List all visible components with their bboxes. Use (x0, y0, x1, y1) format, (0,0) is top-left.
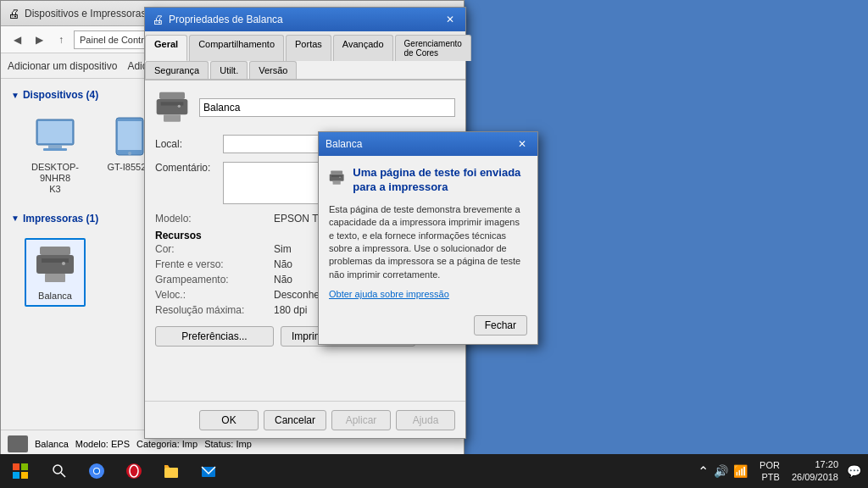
tab-compartilhamento[interactable]: Compartilhamento (189, 35, 284, 61)
up-button[interactable]: ↑ (52, 30, 70, 49)
tab-row-2: Segurança Utilt. Versão (145, 61, 465, 80)
svg-rect-24 (13, 472, 19, 479)
resolucao-value: 180 dpi (274, 304, 307, 316)
status-icon (8, 435, 28, 452)
svg-rect-5 (118, 121, 142, 150)
notifications-icon[interactable]: 💬 (847, 464, 861, 478)
devices-collapse-arrow[interactable]: ▼ (11, 91, 19, 100)
props-dialog-title: Propriedades de Balanca (169, 14, 442, 25)
comentario-label: Comentário: (155, 162, 223, 174)
system-language[interactable]: POR PTB (760, 459, 780, 484)
preferencias-button[interactable]: Preferências... (155, 326, 274, 347)
taskbar-chrome-icon[interactable] (78, 454, 115, 488)
tray-arrow-icon[interactable]: ⌃ (698, 463, 709, 480)
speaker-icon[interactable]: 🔊 (714, 464, 728, 478)
taskbar-search-icon[interactable] (41, 454, 78, 488)
device-item-desktop[interactable]: DESKTOP-9NHR8K3 (25, 114, 86, 196)
bottom-buttons: OK Cancelar Aplicar Ajuda (199, 410, 455, 430)
props-dialog-titlebar: 🖨 Propriedades de Balanca ✕ (145, 8, 465, 31)
veloc-label: Veloc.: (155, 289, 274, 301)
status-category: Categoria: Imp (136, 439, 198, 449)
svg-rect-23 (21, 463, 28, 470)
balanca-close-button[interactable]: ✕ (514, 136, 531, 152)
device-name-desktop: DESKTOP-9NHR8K3 (25, 162, 86, 196)
keyboard-label: PTB (760, 471, 780, 483)
add-device-button[interactable]: Adicionar um dispositivo (8, 60, 117, 72)
printers-collapse-arrow[interactable]: ▼ (11, 214, 19, 223)
modelo-label: Modelo: (155, 213, 274, 225)
mail-icon (200, 463, 217, 480)
printer-header-row (155, 91, 455, 125)
grampeamento-value: Não (274, 274, 292, 286)
tab-seguranca[interactable]: Segurança (145, 61, 209, 79)
tab-versao[interactable]: Versão (249, 61, 297, 79)
svg-rect-17 (331, 171, 342, 175)
props-close-button[interactable]: ✕ (442, 12, 459, 27)
dialog-printer-icon (155, 91, 189, 125)
grampeamento-label: Grampeamento: (155, 274, 274, 286)
balanca-dialog-text: Esta página de teste demonstra brevement… (329, 203, 527, 281)
cor-label: Cor: (155, 243, 274, 255)
svg-line-27 (61, 473, 65, 477)
balanca-fechar-button[interactable]: Fechar (474, 315, 527, 336)
svg-point-26 (53, 465, 62, 474)
svg-rect-25 (21, 472, 28, 479)
taskbar: ⌃ 🔊 📶 POR PTB 17:20 26/09/2018 💬 (0, 454, 868, 488)
svg-rect-22 (13, 463, 19, 470)
svg-point-30 (94, 469, 99, 474)
svg-rect-18 (330, 174, 344, 180)
cancelar-button[interactable]: Cancelar (264, 410, 326, 430)
cor-value: Sim (274, 243, 292, 255)
balanca-help-link[interactable]: Obter ajuda sobre impressão (329, 289, 449, 299)
printer-item-balanca[interactable]: Balanca (25, 238, 86, 307)
network-icon[interactable]: 📶 (733, 464, 748, 478)
start-button[interactable] (0, 454, 41, 488)
tab-portas[interactable]: Portas (286, 35, 331, 61)
balanca-dialog-footer: Fechar (319, 310, 537, 344)
svg-point-21 (339, 176, 341, 178)
svg-rect-14 (161, 102, 184, 105)
ok-button[interactable]: OK (199, 410, 259, 430)
balanca-printer-icon (329, 166, 344, 190)
tab-bar: Geral Compartilhamento Portas Avançado G… (145, 31, 465, 80)
ajuda-button[interactable]: Ajuda (396, 410, 455, 430)
printer-svg-icon (35, 247, 75, 284)
taskbar-date-value: 26/09/2018 (792, 471, 838, 484)
svg-rect-20 (333, 181, 341, 185)
taskbar-clock[interactable]: 17:20 26/09/2018 (792, 458, 838, 485)
svg-rect-8 (36, 255, 74, 274)
svg-marker-34 (164, 465, 170, 468)
opera-icon (125, 463, 142, 480)
balanca-dialog-heading: Uma página de teste foi enviada para a i… (353, 166, 527, 195)
taskbar-explorer-icon[interactable] (153, 454, 190, 488)
printer-name-input[interactable] (199, 98, 455, 117)
props-dialog-buttons: OK Cancelar Aplicar Ajuda (145, 401, 465, 438)
tab-geral[interactable]: Geral (145, 35, 187, 61)
forward-button[interactable]: ▶ (30, 30, 48, 49)
tab-utilt[interactable]: Utilt. (210, 61, 248, 79)
tab-row-1: Geral Compartilhamento Portas Avançado G… (145, 31, 465, 61)
svg-rect-13 (157, 99, 188, 114)
taskbar-time-value: 17:20 (792, 458, 838, 471)
computer-icon (33, 118, 77, 155)
taskbar-mail-icon[interactable] (190, 454, 227, 488)
search-taskbar-icon (52, 463, 67, 479)
status-name: Balanca (35, 439, 69, 449)
svg-point-16 (178, 105, 181, 108)
status-model: Modelo: EPS (75, 439, 130, 449)
svg-rect-33 (164, 468, 178, 478)
tab-avancado[interactable]: Avançado (333, 35, 393, 61)
language-label: POR (760, 459, 780, 471)
back-button[interactable]: ◀ (8, 30, 26, 49)
tablet-icon (114, 116, 145, 157)
status-status: Status: Imp (204, 439, 252, 449)
taskbar-opera-icon[interactable] (115, 454, 153, 488)
tab-gerenciamento[interactable]: Gerenciamento de Cores (395, 35, 471, 61)
aplicar-button[interactable]: Aplicar (331, 410, 391, 430)
frente-verso-value: Não (274, 258, 292, 270)
printer-name-balanca: Balanca (38, 291, 72, 302)
window-icon: 🖨 (8, 7, 19, 20)
svg-rect-15 (164, 114, 181, 121)
svg-rect-3 (43, 148, 67, 151)
svg-rect-12 (159, 92, 185, 99)
